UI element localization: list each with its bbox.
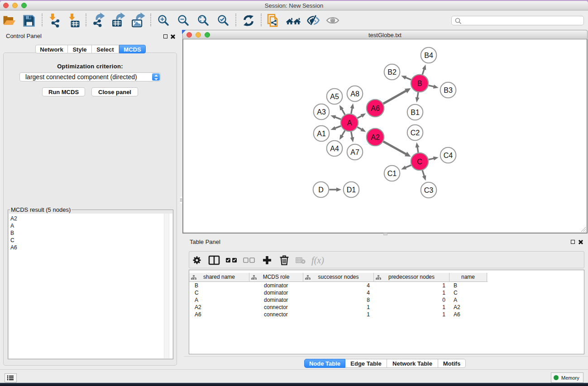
svg-text:A3: A3: [317, 108, 326, 116]
svg-text:f(x): f(x): [311, 255, 324, 266]
svg-text:A7: A7: [350, 148, 359, 156]
svg-text:A4: A4: [330, 145, 339, 152]
svg-text:A8: A8: [350, 90, 359, 98]
svg-text:A2: A2: [371, 133, 380, 141]
svg-text:B: B: [417, 80, 422, 87]
svg-text:A5: A5: [330, 93, 339, 100]
svg-text:C4: C4: [444, 152, 453, 159]
svg-text:B3: B3: [444, 86, 453, 94]
svg-text:B4: B4: [424, 52, 433, 59]
svg-text:A: A: [347, 119, 352, 127]
svg-text:D1: D1: [347, 186, 356, 194]
svg-text:D: D: [318, 186, 324, 194]
svg-text:C3: C3: [424, 186, 434, 194]
svg-text:A6: A6: [371, 105, 380, 112]
svg-text:B1: B1: [411, 109, 420, 116]
svg-text:B2: B2: [387, 68, 397, 76]
svg-text:C2: C2: [411, 129, 420, 137]
svg-text:A1: A1: [317, 130, 326, 138]
svg-text:C1: C1: [387, 170, 397, 177]
svg-text:C: C: [417, 158, 422, 166]
